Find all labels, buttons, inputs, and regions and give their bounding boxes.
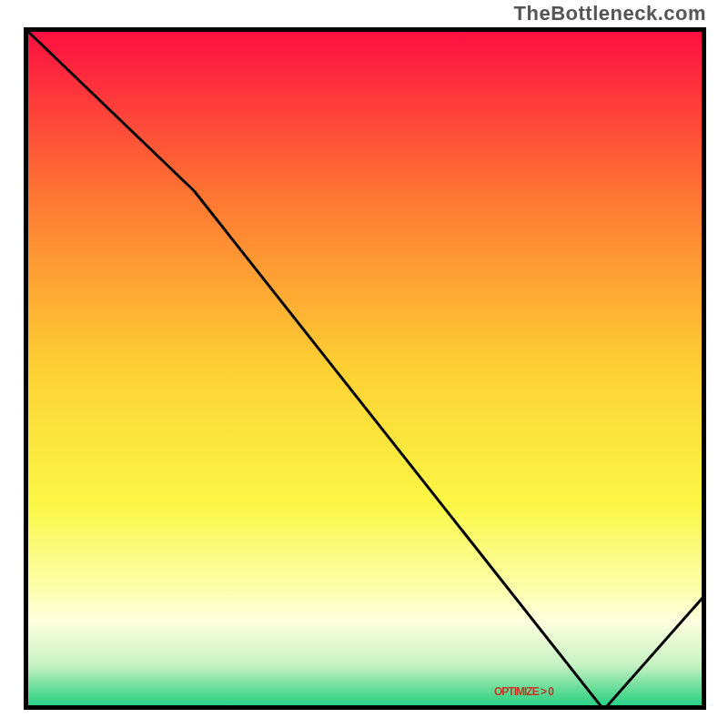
- chart-background: [24, 27, 706, 710]
- plot-area: OPTIMIZE > 0: [24, 27, 706, 710]
- chart-svg: [24, 27, 706, 710]
- optimum-marker-label: OPTIMIZE > 0: [494, 685, 553, 698]
- chart-container: TheBottleneck.com OPTIMIZE > 0: [0, 0, 728, 728]
- watermark-text: TheBottleneck.com: [514, 2, 706, 25]
